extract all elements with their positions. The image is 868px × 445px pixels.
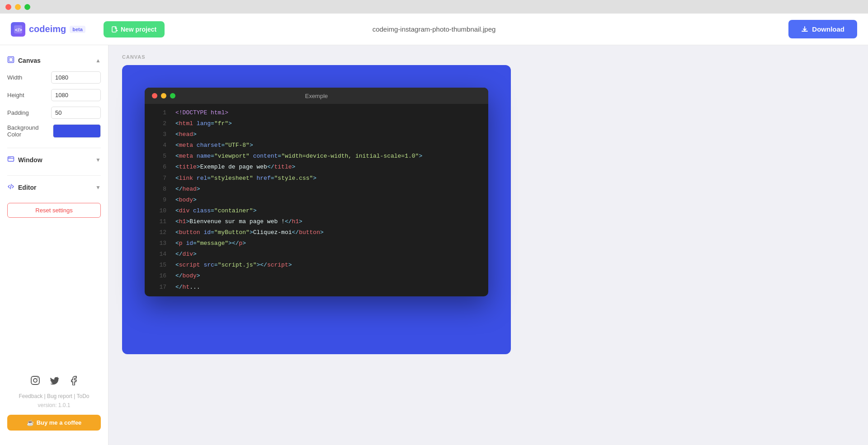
code-line: 2<html lang="fr"> [145,118,488,129]
code-line: 14 </div> [145,249,488,260]
facebook-icon[interactable] [68,375,78,388]
version-text: version: 1.0.1 [7,402,101,408]
close-dot[interactable] [5,4,11,10]
padding-label: Padding [7,109,29,116]
code-body: 1<!DOCTYPE html>2<html lang="fr">3<head>… [145,104,488,296]
reset-settings-button[interactable]: Reset settings [7,203,101,218]
window-section-title: Window [7,155,42,164]
svg-text:</>: </> [15,27,22,33]
new-project-button[interactable]: New project [104,21,165,37]
sidebar: Canvas ▲ Width Height Padding Background… [0,45,108,445]
window-close-dot [152,93,157,98]
width-input[interactable] [51,71,101,84]
coffee-label: Buy me a coffee [37,419,82,426]
coffee-icon: ☕ [27,419,34,426]
svg-point-10 [33,379,37,382]
canvas-section-header[interactable]: Canvas ▲ [7,52,101,69]
code-line: 7 <link rel="stylesheet" href="style.css… [145,173,488,184]
editor-icon [7,183,14,192]
svg-point-11 [37,378,38,379]
window-maximize-dot [170,93,175,98]
download-button[interactable]: Download [788,20,857,38]
sidebar-footer: Feedback | Bug report | ToDo version: 1.… [0,368,108,438]
canvas-icon [7,56,14,65]
code-line: 10 <div class="container"> [145,206,488,216]
width-row: Width [7,69,101,86]
code-line: 3<head> [145,129,488,140]
filename: codeimg-instagram-photo-thumbnail.jpeg [373,25,496,33]
coffee-button[interactable]: ☕ Buy me a coffee [7,415,101,431]
bg-color-swatch[interactable] [53,124,101,138]
window-title: Exemple [305,93,328,99]
logo-area: </> codeimg beta [11,22,85,37]
new-project-label: New project [121,26,156,33]
code-line: 1<!DOCTYPE html> [145,108,488,118]
logo-icon: </> [11,22,25,37]
canvas-section: Canvas ▲ Width Height Padding Background… [0,52,108,141]
download-label: Download [812,25,844,33]
code-line: 5 <meta name="viewport" content="width=d… [145,151,488,162]
height-label: Height [7,92,24,98]
divider-1 [7,148,101,148]
svg-rect-4 [9,58,13,61]
svg-point-8 [10,157,11,158]
code-line: 9<body> [145,195,488,206]
canvas-chevron-icon: ▲ [95,57,101,64]
canvas-section-title: Canvas [7,56,41,65]
canvas-preview: Exemple 1<!DOCTYPE html>2<html lang="fr"… [122,65,511,354]
code-window: Exemple 1<!DOCTYPE html>2<html lang="fr"… [145,88,488,296]
padding-row: Padding [7,104,101,122]
window-section-header[interactable]: Window ▼ [7,152,101,168]
editor-section: Editor ▼ [0,179,108,196]
code-line: 16</body> [145,271,488,281]
code-line: 4 <meta charset="UTF-8"> [145,140,488,151]
code-line: 13 <p id="message"></p> [145,238,488,249]
editor-section-title: Editor [7,183,36,192]
code-line: 8</head> [145,184,488,195]
svg-rect-9 [31,376,39,384]
padding-input[interactable] [51,107,101,119]
instagram-icon[interactable] [30,375,40,388]
bg-color-label: Background Color [7,124,53,138]
divider-2 [7,175,101,176]
beta-badge: beta [70,26,85,33]
code-line: 6 <title>Exemple de page web</title> [145,162,488,173]
window-chevron-icon: ▼ [95,157,101,163]
window-section: Window ▼ [0,152,108,168]
width-label: Width [7,74,22,81]
minimize-dot[interactable] [15,4,21,10]
height-row: Height [7,86,101,104]
footer-links[interactable]: Feedback | Bug report | ToDo [7,393,101,399]
social-icons [7,375,101,388]
window-titlebar: Exemple [145,88,488,104]
svg-point-7 [9,157,9,158]
code-line: 11 <h1>Bienvenue sur ma page web !</h1> [145,216,488,227]
bg-color-row: Background Color [7,122,101,141]
main-layout: Canvas ▲ Width Height Padding Background… [0,45,868,445]
canvas-area: CANVAS Exemple 1<!DOCTYPE html>2<html la… [108,45,868,445]
twitter-icon[interactable] [49,375,59,388]
maximize-dot[interactable] [24,4,30,10]
window-minimize-dot [161,93,166,98]
editor-section-header[interactable]: Editor ▼ [7,179,101,196]
code-line: 12 <button id="myButton">Cliquez-moi</bu… [145,227,488,238]
titlebar [0,0,868,14]
file-plus-icon [112,26,118,33]
window-icon [7,155,14,164]
download-icon [801,26,808,33]
height-input[interactable] [51,89,101,101]
canvas-label: CANVAS [122,54,146,60]
header: </> codeimg beta New project codeimg-ins… [0,14,868,45]
logo-text: codeimg [29,24,66,34]
editor-chevron-icon: ▼ [95,184,101,191]
code-line: 17</ht... [145,282,488,293]
code-line: 15 <script src="script.js"></script> [145,260,488,271]
